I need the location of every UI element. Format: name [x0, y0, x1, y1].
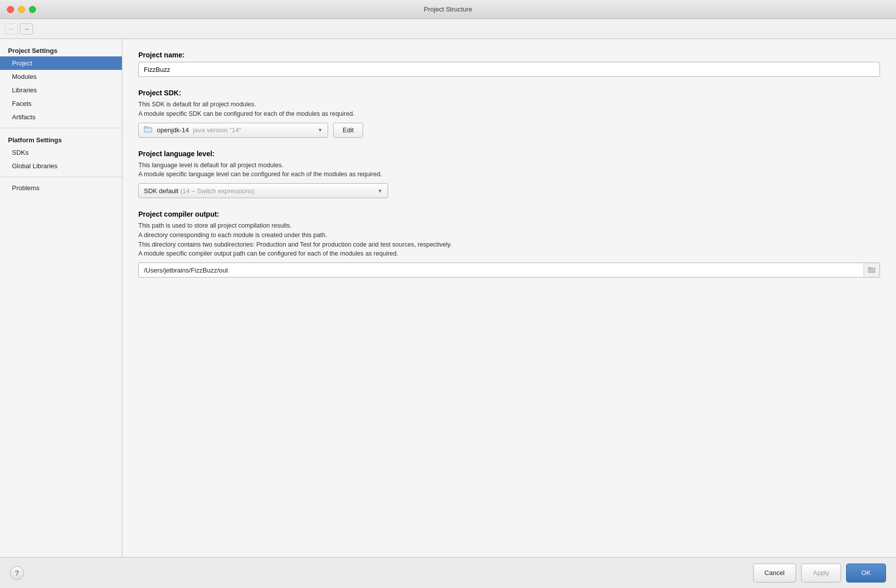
- sidebar-divider-2: [0, 177, 122, 177]
- language-level-select-content: SDK default (14 – Switch expressions): [144, 187, 255, 195]
- sdk-name: openjdk-14: [157, 126, 189, 134]
- sidebar-item-problems[interactable]: Problems: [0, 181, 122, 195]
- compiler-output-row: [138, 263, 880, 278]
- minimize-button[interactable]: [18, 6, 25, 13]
- sdk-folder-icon: [144, 126, 153, 134]
- sdk-version: java version "14": [193, 126, 241, 134]
- project-language-level-section: Project language level: This language le…: [138, 150, 880, 199]
- sidebar-item-project[interactable]: Project: [0, 56, 122, 70]
- sidebar-item-artifacts[interactable]: Artifacts: [0, 110, 122, 124]
- bottom-bar: ? Cancel Apply OK: [0, 557, 896, 588]
- project-compiler-output-label: Project compiler output:: [138, 210, 880, 218]
- sidebar-item-modules[interactable]: Modules: [0, 70, 122, 83]
- sidebar: Project Settings Project Modules Librari…: [0, 39, 122, 557]
- help-button[interactable]: ?: [10, 566, 24, 580]
- cancel-button[interactable]: Cancel: [753, 564, 796, 583]
- titlebar: Project Structure: [0, 0, 896, 19]
- action-buttons: Cancel Apply OK: [753, 564, 886, 583]
- window-title: Project Structure: [424, 5, 472, 13]
- sidebar-divider-1: [0, 128, 122, 128]
- language-level-dropdown[interactable]: SDK default (14 – Switch expressions) ▼: [138, 183, 388, 198]
- language-level-value: SDK default: [144, 187, 178, 195]
- main-content: Project Settings Project Modules Librari…: [0, 39, 896, 557]
- forward-button[interactable]: →: [20, 23, 33, 34]
- sidebar-item-facets[interactable]: Facets: [0, 97, 122, 110]
- back-button[interactable]: ←: [5, 23, 18, 34]
- sdk-row: openjdk-14 java version "14" ▼ Edit: [138, 123, 880, 138]
- language-level-hint: (14 – Switch expressions): [180, 187, 255, 195]
- sidebar-item-sdks[interactable]: SDKs: [0, 146, 122, 159]
- project-language-level-label: Project language level:: [138, 150, 880, 158]
- project-name-section: Project name:: [138, 51, 880, 77]
- apply-button[interactable]: Apply: [801, 564, 841, 583]
- folder-icon: [868, 267, 876, 273]
- project-name-label: Project name:: [138, 51, 880, 59]
- close-button[interactable]: [7, 6, 14, 13]
- compiler-output-folder-button[interactable]: [864, 263, 880, 278]
- maximize-button[interactable]: [29, 6, 36, 13]
- svg-rect-1: [144, 126, 147, 128]
- sidebar-spacer: [0, 195, 122, 553]
- project-sdk-section: Project SDK: This SDK is default for all…: [138, 89, 880, 138]
- right-panel: Project name: Project SDK: This SDK is d…: [122, 39, 896, 557]
- svg-rect-4: [868, 268, 871, 269]
- platform-settings-header: Platform Settings: [0, 132, 122, 146]
- project-sdk-label: Project SDK:: [138, 89, 880, 97]
- compiler-output-input[interactable]: [139, 264, 864, 277]
- language-level-dropdown-arrow-icon: ▼: [378, 188, 383, 194]
- project-language-level-desc: This language level is default for all p…: [138, 161, 880, 180]
- sidebar-item-libraries[interactable]: Libraries: [0, 83, 122, 97]
- sdk-dropdown-arrow-icon: ▼: [318, 127, 323, 133]
- sidebar-item-global-libraries[interactable]: Global Libraries: [0, 159, 122, 173]
- sdk-edit-button[interactable]: Edit: [333, 123, 363, 138]
- svg-rect-2: [144, 128, 151, 132]
- ok-button[interactable]: OK: [846, 564, 886, 583]
- project-settings-header: Project Settings: [0, 43, 122, 56]
- navbar: ← →: [0, 19, 896, 39]
- project-name-input[interactable]: [138, 62, 880, 77]
- project-compiler-output-section: Project compiler output: This path is us…: [138, 210, 880, 278]
- sdk-dropdown[interactable]: openjdk-14 java version "14" ▼: [138, 123, 328, 138]
- project-sdk-desc1: This SDK is default for all project modu…: [138, 100, 880, 119]
- project-compiler-output-desc: This path is used to store all project c…: [138, 221, 880, 259]
- window-controls: [7, 6, 36, 13]
- sdk-select-content: openjdk-14 java version "14": [144, 126, 315, 134]
